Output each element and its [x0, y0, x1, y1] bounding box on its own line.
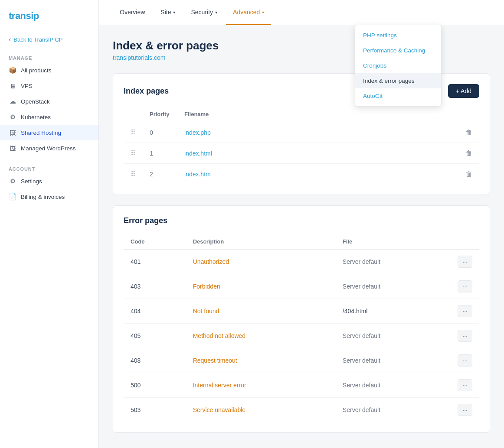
table-row: ⠿ 1 index.html 🗑	[124, 143, 479, 164]
col-more-header	[451, 234, 479, 250]
more-cell: ···	[451, 299, 479, 324]
sidebar-item-managed-wordpress[interactable]: 🖼 Managed WordPress	[0, 140, 98, 156]
error-pages-title: Error pages	[124, 216, 167, 225]
sidebar-item-openstack[interactable]: ☁ OpenStack	[0, 94, 98, 109]
col-actions-header	[458, 107, 479, 122]
code-cell: 404	[124, 299, 186, 324]
logo-ip: ip	[31, 10, 39, 21]
priority-cell: 2	[143, 164, 177, 185]
drag-handle-cell: ⠿	[124, 122, 143, 143]
index-pages-tbody: ⠿ 0 index.php 🗑 ⠿ 1 index.html 🗑 ⠿ 2 ind…	[124, 122, 479, 185]
description-cell: Request timeout	[186, 348, 336, 373]
tab-security[interactable]: Security ▾	[184, 0, 224, 25]
dropdown-performance-caching[interactable]: Performance & Caching	[355, 43, 441, 58]
more-cell: ···	[451, 373, 479, 398]
delete-cell: 🗑	[458, 164, 479, 185]
more-options-button[interactable]: ···	[458, 280, 472, 292]
more-options-button[interactable]: ···	[458, 404, 472, 416]
drag-handle-icon[interactable]: ⠿	[131, 149, 136, 157]
tab-overview[interactable]: Overview	[113, 0, 152, 25]
more-cell: ···	[451, 348, 479, 373]
dropdown-autogit[interactable]: AutoGit	[355, 88, 441, 104]
sidebar-item-all-products[interactable]: 📦 All products	[0, 62, 98, 78]
page-content: Index & error pages transiptutorials.com…	[99, 25, 504, 448]
sidebar-item-billing-invoices[interactable]: 📄 Billing & invoices	[0, 189, 98, 205]
more-options-button[interactable]: ···	[458, 379, 472, 391]
more-options-button[interactable]: ···	[458, 354, 472, 367]
chevron-left-icon: ‹	[9, 36, 11, 43]
tab-advanced[interactable]: Advanced ▾	[226, 0, 271, 25]
advanced-dropdown-icon: ▾	[262, 10, 264, 15]
drag-handle-cell: ⠿	[124, 143, 143, 164]
col-filename-header: Filename	[177, 107, 458, 122]
table-row: 500 Internal server error Server default…	[124, 373, 479, 398]
col-drag-header	[124, 107, 143, 122]
filename-cell: index.htm	[177, 164, 458, 185]
sidebar-item-label: Managed WordPress	[21, 145, 76, 152]
delete-icon[interactable]: 🗑	[465, 170, 472, 178]
delete-cell: 🗑	[458, 143, 479, 164]
more-cell: ···	[451, 398, 479, 422]
openstack-icon: ☁	[9, 97, 16, 105]
file-cell: Server default	[336, 274, 451, 299]
description-cell: Not found	[186, 299, 336, 324]
file-cell: Server default	[336, 398, 451, 422]
sidebar-item-vps[interactable]: 🖥 VPS	[0, 78, 98, 94]
index-pages-thead: Priority Filename	[124, 107, 479, 122]
description-cell: Service unavailable	[186, 398, 336, 422]
account-nav: ⚙ Settings 📄 Billing & invoices	[0, 173, 98, 205]
tab-advanced-label: Advanced	[233, 9, 260, 16]
error-pages-header: Error pages	[124, 216, 479, 225]
dropdown-php-settings[interactable]: PHP settings	[355, 28, 441, 43]
sidebar-item-kubernetes[interactable]: ⚙ Kubernetes	[0, 109, 98, 125]
more-options-button[interactable]: ···	[458, 305, 472, 317]
col-file-header: File	[336, 234, 451, 250]
more-cell: ···	[451, 250, 479, 274]
priority-cell: 1	[143, 143, 177, 164]
managed-wordpress-icon: 🖼	[9, 144, 16, 152]
description-cell: Forbidden	[186, 274, 336, 299]
sidebar-item-label: Settings	[21, 178, 42, 185]
sidebar: transip ‹ Back to TransIP CP MANAGE 📦 Al…	[0, 0, 99, 448]
tab-security-label: Security	[191, 9, 213, 16]
filename-cell: index.html	[177, 143, 458, 164]
advanced-dropdown-menu: PHP settings Performance & Caching Cronj…	[355, 25, 442, 107]
manage-nav: 📦 All products 🖥 VPS ☁ OpenStack ⚙ Kuber…	[0, 62, 98, 156]
code-cell: 405	[124, 324, 186, 348]
index-pages-header-row: Priority Filename	[124, 107, 479, 122]
table-row: 408 Request timeout Server default ···	[124, 348, 479, 373]
billing-icon: 📄	[9, 193, 16, 201]
more-options-button[interactable]: ···	[458, 330, 472, 342]
table-row: ⠿ 2 index.htm 🗑	[124, 164, 479, 185]
delete-icon[interactable]: 🗑	[465, 129, 472, 136]
delete-icon[interactable]: 🗑	[465, 149, 472, 157]
code-cell: 500	[124, 373, 186, 398]
sidebar-item-label: Billing & invoices	[21, 194, 65, 200]
drag-handle-icon[interactable]: ⠿	[131, 170, 136, 178]
sidebar-item-settings[interactable]: ⚙ Settings	[0, 173, 98, 189]
back-link-label: Back to TransIP CP	[13, 36, 62, 43]
sidebar-item-label: All products	[21, 67, 52, 74]
error-pages-table: Code Description File 401 Unauthorized S…	[124, 234, 479, 422]
index-pages-table: Priority Filename ⠿ 0 index.php 🗑 ⠿ 1 in…	[124, 107, 479, 184]
drag-handle-icon[interactable]: ⠿	[131, 129, 136, 136]
dropdown-cronjobs[interactable]: Cronjobs	[355, 58, 441, 73]
back-to-transip-link[interactable]: ‹ Back to TransIP CP	[0, 32, 98, 47]
sidebar-item-label: Kubernetes	[21, 114, 51, 120]
tab-site[interactable]: Site ▾	[154, 0, 182, 25]
description-cell: Method not allowed	[186, 324, 336, 348]
sidebar-item-label: VPS	[21, 83, 33, 89]
tab-overview-label: Overview	[120, 9, 145, 16]
description-cell: Internal server error	[186, 373, 336, 398]
site-dropdown-icon: ▾	[173, 10, 175, 15]
dropdown-index-error-pages[interactable]: Index & error pages	[355, 73, 441, 88]
table-row: ⠿ 0 index.php 🗑	[124, 122, 479, 143]
security-dropdown-icon: ▾	[215, 10, 217, 15]
add-index-page-button[interactable]: + Add	[448, 84, 479, 98]
description-cell: Unauthorized	[186, 250, 336, 274]
sidebar-item-label: OpenStack	[21, 98, 50, 105]
main-content: Overview Site ▾ Security ▾ Advanced ▾ PH…	[99, 0, 504, 448]
top-nav: Overview Site ▾ Security ▾ Advanced ▾ PH…	[99, 0, 504, 25]
sidebar-item-shared-hosting[interactable]: 🖼 Shared Hosting	[0, 125, 98, 140]
more-options-button[interactable]: ···	[458, 256, 472, 268]
